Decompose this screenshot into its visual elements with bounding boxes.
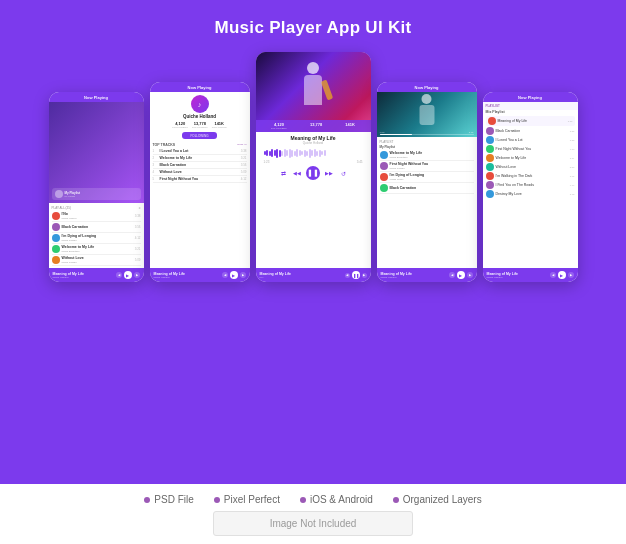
p2-prev-btn[interactable]: ◀	[222, 272, 228, 278]
psd-dot	[144, 497, 150, 503]
p5-track-2[interactable]: Black Carnation 3:56	[486, 127, 575, 136]
phone1-hero: My Playlist 54 Songs	[49, 102, 144, 203]
p2-play-btn[interactable]: ▶	[230, 271, 238, 279]
concert-song-artist: Quiche Holland	[260, 141, 367, 145]
p5-track-6[interactable]: Without Love 5:09	[486, 163, 575, 172]
feature-ios: iOS & Android	[300, 494, 373, 505]
next-btn[interactable]: ▶	[134, 272, 140, 278]
phone1-header: Now Playing	[49, 92, 144, 102]
shuffle-btn[interactable]: ⇄	[278, 168, 288, 178]
p2-next-btn[interactable]: ▶	[240, 272, 246, 278]
track-row-3[interactable]: I'm Dying of Longing Quinn Kaplan 4:12	[52, 233, 141, 244]
prev-btn[interactable]: ◀	[116, 272, 122, 278]
feature-psd: PSD File	[144, 494, 193, 505]
pixel-label: Pixel Perfect	[224, 494, 280, 505]
phone-3-center: 4,120 FOLLOWERS 13,778 141K	[256, 52, 371, 282]
center-next-btn[interactable]: ▶▶	[324, 168, 334, 178]
p2-track-3[interactable]: 3 Black Carnation 3:56	[153, 162, 247, 169]
center-play-btn[interactable]: ❚❚	[306, 166, 320, 180]
phone2-footer: Meaning of My Life Quinn Holland ◀ ▶ ▶	[150, 268, 250, 282]
top-section: Music Player App UI Kit Now Playing My P…	[0, 0, 626, 484]
following-button[interactable]: FOLLOWING	[182, 132, 216, 139]
ios-label: iOS & Android	[310, 494, 373, 505]
p5-track-4[interactable]: First Night Without You 4:23	[486, 145, 575, 154]
artist-name: Quiche Holland	[150, 114, 250, 119]
phone5-footer: Meaning of My Life Quinn Holland ◀ ▶ ▶	[483, 268, 578, 282]
track-row-1[interactable]: I'No Quinn Mason 3:38	[52, 211, 141, 222]
ios-dot	[300, 497, 306, 503]
p2-track-2[interactable]: 2 Welcome to My Life 3:21	[153, 155, 247, 162]
concert-song-title: Meaning of My Life	[260, 134, 367, 141]
track-row-5[interactable]: Without Love Quinn Kaplan 5:09	[52, 255, 141, 266]
main-container: Music Player App UI Kit Now Playing My P…	[0, 0, 626, 544]
p5-track-5[interactable]: Welcome to My Life 3:21	[486, 154, 575, 163]
track-row-2[interactable]: Black Carnation 3:56	[52, 222, 141, 233]
p5-track-7[interactable]: I'm Walking in The Dark 3:45	[486, 172, 575, 181]
phone4-footer: Meaning of My Life Quinn Holland ◀ ▶ ▶	[377, 268, 477, 282]
center-prev-btn[interactable]: ◀◀	[292, 168, 302, 178]
phone2-header: Now Playing	[150, 82, 250, 92]
p4-track-3[interactable]: I'm Dying of Longing Vivian Finley	[380, 172, 474, 183]
phone2-content: TOP TRACKS Show All 1 I Loved You a Lot …	[150, 140, 250, 268]
feature-pixel: Pixel Perfect	[214, 494, 280, 505]
psd-label: PSD File	[154, 494, 193, 505]
p2-track-1[interactable]: 1 I Loved You a Lot 3:38	[153, 148, 247, 155]
phone4-content: PLAYLIST My Playlist Welcome to My Life …	[377, 137, 477, 268]
track-row-4[interactable]: Welcome to My Life Quinn Bernstein 3:21	[52, 244, 141, 255]
phone1-content: PLAY ALL (25) ≡ I'No Quinn Mason 3:38	[49, 203, 144, 268]
p5-next-btn[interactable]: ▶	[568, 272, 574, 278]
phones-row: Now Playing My Playlist 54 Songs	[49, 52, 578, 282]
phone-1: Now Playing My Playlist 54 Songs	[49, 92, 144, 282]
phone4-header: Now Playing	[377, 82, 477, 92]
p4-play-btn[interactable]: ▶	[457, 271, 465, 279]
phone-4: Now Playing 1:233:45	[377, 82, 477, 282]
p4-next-btn[interactable]: ▶	[467, 272, 473, 278]
pixel-dot	[214, 497, 220, 503]
feature-layers: Organized Layers	[393, 494, 482, 505]
p4-track-1[interactable]: Welcome to My Life Quinn Bernstein	[380, 150, 474, 161]
bottom-section: PSD File Pixel Perfect iOS & Android Org…	[0, 484, 626, 544]
p5-track-1[interactable]: Meaning of My Life 3:38	[486, 116, 575, 126]
phone1-footer: Meaning of My Life Quinn Holland ◀ ▶ ▶	[49, 268, 144, 282]
phone-2: Now Playing ♪ Quiche Holland 4,120 FOLLO…	[150, 82, 250, 282]
p5-track-3[interactable]: I Loved You a Lot 2:58	[486, 136, 575, 145]
center-controls: ⇄ ◀◀ ❚❚ ▶▶ ↺	[260, 164, 367, 182]
p5-track-8[interactable]: I Find You on The Roads 4:12	[486, 181, 575, 190]
features-row: PSD File Pixel Perfect iOS & Android Org…	[144, 494, 481, 505]
p2-track-4[interactable]: 4 Without Love 5:09	[153, 169, 247, 176]
layers-label: Organized Layers	[403, 494, 482, 505]
concert-hero: 4,120 FOLLOWERS 13,778 141K	[256, 52, 371, 132]
artist-avatar: ♪	[191, 95, 209, 113]
p5-play-btn[interactable]: ▶	[558, 271, 566, 279]
page-title: Music Player App UI Kit	[214, 18, 411, 38]
repeat-btn[interactable]: ↺	[338, 168, 348, 178]
p4-prev-btn[interactable]: ◀	[449, 272, 455, 278]
play-btn[interactable]: ▶	[124, 271, 132, 279]
p2-track-5[interactable]: 5 First Night Without You 4:12	[153, 176, 247, 183]
p4-track-2[interactable]: First Night Without You Quinn Kaplan	[380, 161, 474, 172]
layers-dot	[393, 497, 399, 503]
phone5-content: Meaning of My Life 3:38 Black Carnation …	[483, 115, 578, 268]
waveform	[260, 147, 367, 159]
p5-track-9[interactable]: Destroy My Love 3:18	[486, 190, 575, 199]
artist-stats: 4,120 FOLLOWERS 13,778 FOLLOWERS 141K FO…	[150, 121, 250, 129]
p5-prev-btn[interactable]: ◀	[550, 272, 556, 278]
image-not-included-label: Image Not Included	[213, 511, 413, 536]
p4-track-4[interactable]: Black Carnation	[380, 183, 474, 194]
phone4-hero: 1:233:45	[377, 92, 477, 137]
phone-5: Now Playing PLAYLIST Mix Playlist Meanin…	[483, 92, 578, 282]
phone5-header: Now Playing	[483, 92, 578, 102]
